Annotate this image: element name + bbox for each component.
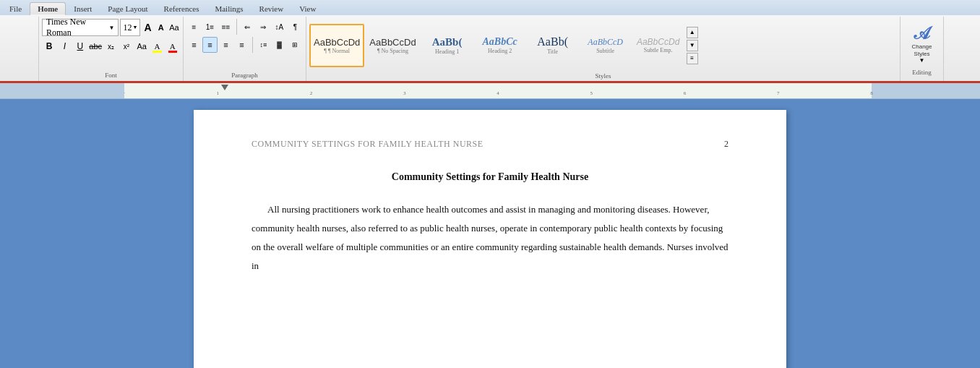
align-center-button[interactable]: ≡	[202, 37, 218, 53]
style-heading1-preview: AaBb(	[432, 36, 463, 48]
document-body[interactable]: All nursing practitioners work to enhanc…	[252, 200, 728, 275]
styles-scroll-up-button[interactable]: ▲	[687, 27, 698, 38]
font-name-selector[interactable]: Times New Roman ▼	[42, 19, 119, 36]
change-styles-icon: 𝒜	[914, 24, 929, 43]
ruler-indent-marker[interactable]	[221, 85, 228, 90]
ruler-tick-2: 2	[310, 90, 313, 96]
italic-button[interactable]: I	[57, 38, 72, 54]
style-heading1-label: Heading 1	[435, 48, 459, 55]
style-nospacing-label: ¶ No Spacing	[377, 48, 408, 54]
sort-button[interactable]: ↕A	[272, 19, 287, 35]
font-size-text: 12	[123, 22, 132, 33]
tab-view[interactable]: View	[291, 2, 324, 15]
tab-references[interactable]: References	[156, 2, 207, 15]
change-styles-button[interactable]: 𝒜 ChangeStyles ▼	[902, 22, 942, 66]
document-page-number: 2	[724, 139, 728, 150]
style-heading2-preview: AaBbCc	[483, 36, 517, 48]
superscript-button[interactable]: x²	[119, 38, 134, 54]
style-subtle-emp-label: Subtle Emp.	[644, 47, 673, 54]
subscript-button[interactable]: x₂	[103, 38, 118, 54]
decrease-indent-button[interactable]: ⇐	[240, 19, 255, 35]
style-normal-preview: AaBbCcDd	[314, 37, 360, 48]
ruler-tick-7: 7	[777, 90, 780, 96]
bold-button[interactable]: B	[42, 38, 56, 54]
document-main-title: Community Settings for Family Health Nur…	[252, 171, 728, 183]
shading-button[interactable]: ▓	[272, 37, 287, 53]
strikethrough-button[interactable]: abc	[88, 38, 103, 54]
tab-review[interactable]: Review	[252, 2, 292, 15]
style-subtitle-preview: AaBbCcD	[588, 37, 623, 48]
style-nospacing-preview: AaBbCcDd	[369, 37, 416, 48]
style-subtle-emp-item[interactable]: AaBbCcDd Subtle Emp.	[632, 24, 684, 67]
font-size-dropdown-icon: ▼	[132, 25, 137, 30]
ruler-tick-0: ·	[124, 90, 125, 96]
tab-home[interactable]: Home	[30, 2, 66, 15]
change-styles-section: 𝒜 ChangeStyles ▼ Editing	[901, 17, 944, 81]
ruler-tick-6: 6	[684, 90, 687, 96]
style-heading2-label: Heading 2	[488, 48, 512, 54]
ruler-inner: · 1 2 3 4 5 6 7 8	[124, 83, 872, 98]
bullets-button[interactable]: ≡	[186, 19, 202, 35]
document-page: COMMUNITY SETTINGS FOR FAMILY HEALTH NUR…	[194, 110, 786, 368]
show-hide-button[interactable]: ¶	[288, 19, 303, 35]
styles-group: AaBbCcDd ¶ ¶ Normal AaBbCcDd ¶ No Spacin…	[306, 17, 901, 81]
tab-file[interactable]: File	[1, 2, 30, 15]
font-group-label: Font	[42, 72, 180, 79]
style-subtitle-label: Subtitle	[596, 48, 614, 54]
document-header-title: COMMUNITY SETTINGS FOR FAMILY HEALTH NUR…	[252, 139, 483, 150]
ruler-tick-3: 3	[403, 90, 406, 96]
paragraph-group: ≡ 1≡ ≡≡ ⇐ ⇒ ↕A ¶ ≡ ≡ ≡ ≡ ↕≡ ▓ ⊞ Paragrap…	[184, 17, 306, 81]
multilevel-list-button[interactable]: ≡≡	[218, 19, 233, 35]
align-right-button[interactable]: ≡	[218, 37, 233, 53]
style-normal-para-icon: ¶ ¶ Normal	[324, 48, 350, 54]
font-size-selector[interactable]: 12 ▼	[120, 19, 140, 36]
style-title-preview: AaBb(	[537, 35, 568, 48]
ruler-tick-5: 5	[590, 90, 593, 96]
change-styles-dropdown-icon: ▼	[919, 57, 925, 64]
increase-indent-button[interactable]: ⇒	[256, 19, 271, 35]
ruler-tick-1: 1	[217, 90, 220, 96]
numbering-button[interactable]: 1≡	[202, 19, 218, 35]
ruler: · 1 2 3 4 5 6 7 8	[0, 83, 980, 99]
line-spacing-button[interactable]: ↕≡	[256, 37, 271, 53]
ruler-tick-4: 4	[497, 90, 499, 96]
style-heading2-item[interactable]: AaBbCc Heading 2	[474, 24, 526, 67]
tab-page-layout[interactable]: Page Layout	[100, 2, 155, 15]
font-group: Times New Roman ▼ 12 ▼ A A Aa B I U abc …	[39, 17, 184, 81]
font-name-text: Times New Roman	[46, 17, 109, 38]
highlight-color-button[interactable]: A	[150, 38, 164, 54]
clear-format-button[interactable]: Aa	[168, 20, 180, 35]
styles-group-label: Styles	[309, 72, 897, 80]
styles-scroll-down-button[interactable]: ▼	[687, 40, 698, 51]
ruler-marks: · 1 2 3 4 5 6 7 8	[124, 83, 872, 98]
style-subtitle-item[interactable]: AaBbCcD Subtitle	[580, 24, 632, 67]
font-shrink-button[interactable]: A	[155, 20, 167, 35]
ribbon: File Home Insert Page Layout References …	[0, 0, 980, 83]
style-title-label: Title	[547, 48, 558, 55]
paragraph-group-label: Paragraph	[186, 72, 303, 79]
change-case-button[interactable]: Aa	[134, 38, 149, 54]
style-nospacing-item[interactable]: AaBbCcDd ¶ No Spacing	[365, 24, 420, 67]
document-area: COMMUNITY SETTINGS FOR FAMILY HEALTH NUR…	[0, 99, 980, 368]
document-paragraph-1: All nursing practitioners work to enhanc…	[252, 204, 728, 271]
justify-button[interactable]: ≡	[234, 37, 249, 53]
editing-label: Editing	[912, 69, 932, 76]
editing-group	[944, 17, 980, 81]
clipboard-group	[1, 17, 39, 81]
style-subtle-emp-preview: AaBbCcDd	[637, 37, 679, 47]
underline-button[interactable]: U	[73, 38, 87, 54]
styles-scroll-arrows: ▲ ▼ ≡	[687, 27, 698, 64]
style-normal-item[interactable]: AaBbCcDd ¶ ¶ Normal	[309, 24, 364, 67]
borders-button[interactable]: ⊞	[288, 37, 303, 53]
tab-mailings[interactable]: Mailings	[207, 2, 251, 15]
tab-insert[interactable]: Insert	[66, 2, 100, 15]
document-header: COMMUNITY SETTINGS FOR FAMILY HEALTH NUR…	[252, 139, 728, 150]
change-styles-label: ChangeStyles	[911, 43, 932, 57]
font-grow-button[interactable]: A	[142, 20, 153, 35]
style-heading1-item[interactable]: AaBb( Heading 1	[421, 24, 473, 67]
tab-row: File Home Insert Page Layout References …	[0, 0, 980, 15]
styles-more-button[interactable]: ≡	[687, 53, 698, 64]
align-left-button[interactable]: ≡	[186, 37, 202, 53]
style-title-item[interactable]: AaBb( Title	[527, 24, 579, 67]
font-color-button[interactable]: A	[166, 38, 180, 54]
